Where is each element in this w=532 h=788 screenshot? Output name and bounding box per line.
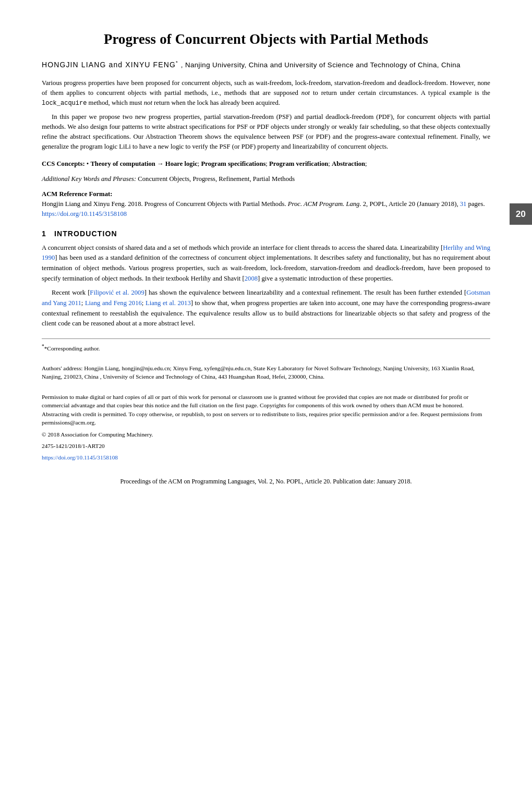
ref-herlihy-wing[interactable]: Herlihy and Wing 1990: [42, 244, 490, 262]
acm-reference: ACM Reference Format: Hongjin Liang and …: [42, 189, 490, 219]
page: 20 Progress of Concurrent Objects with P…: [0, 0, 532, 788]
ccs-content: • Theory of computation → Hoare logic; P…: [87, 160, 367, 167]
author-names: HONGJIN LIANG and XINYU FENG*: [42, 60, 181, 69]
ccs-concepts: CCS Concepts: • Theory of computation → …: [42, 159, 490, 169]
abstract-p2: In this paper we propose two new progres…: [42, 112, 490, 152]
section1-title: INTRODUCTION: [54, 229, 117, 238]
keywords: Additional Key Words and Phrases: Concur…: [42, 174, 490, 184]
section1-p2: Recent work [Filipović et al. 2009] has …: [42, 288, 490, 329]
ccs-label: CCS Concepts:: [42, 160, 85, 167]
author-affiliation: , Nanjing University, China and Universi…: [181, 61, 461, 69]
footnote-address: Authors' address: Hongjin Liang, hongjin…: [42, 364, 490, 381]
abstract: Various progress properties have been pr…: [42, 78, 490, 152]
footnote-copyright: © 2018 Association for Computing Machine…: [42, 430, 490, 439]
page-number: 20: [516, 209, 526, 219]
abstract-p1: Various progress properties have been pr…: [42, 78, 490, 108]
footnote-issn: 2475-1421/2018/1-ART20: [42, 442, 490, 450]
footnote-doi: https://doi.org/10.1145/3158108: [42, 453, 490, 462]
section1-body: A concurrent object consists of shared d…: [42, 243, 490, 329]
ref-herlihy-shavit[interactable]: 2008: [245, 275, 258, 282]
ref-liang-feng[interactable]: Liang and Feng 2016: [85, 299, 142, 307]
ref-liang-2013[interactable]: Liang et al. 2013: [146, 299, 191, 307]
acm-ref-label: ACM Reference Format:: [42, 189, 490, 199]
section1-p1: A concurrent object consists of shared d…: [42, 243, 490, 284]
acm-ref-pages[interactable]: 31: [460, 200, 467, 208]
keywords-content: Concurrent Objects, Progress, Refinement…: [138, 175, 295, 183]
section1-number: 1: [42, 229, 46, 238]
footnotes: **Corresponding author. Authors' address…: [42, 338, 490, 462]
paper-title: Progress of Concurrent Objects with Part…: [42, 31, 490, 47]
page-number-tab: 20: [510, 203, 532, 225]
footnote-permission: Permission to make digital or hard copie…: [42, 393, 490, 427]
footnote-doi-link[interactable]: https://doi.org/10.1145/3158108: [42, 454, 118, 460]
authors-block: HONGJIN LIANG and XINYU FENG* , Nanjing …: [42, 60, 490, 69]
acm-ref-doi[interactable]: https://doi.org/10.1145/3158108: [42, 210, 127, 217]
section1-heading: 1 INTRODUCTION: [42, 229, 490, 238]
footnote-asterisk: **Corresponding author.: [42, 343, 490, 353]
bottom-footer: Proceedings of the ACM on Programming La…: [42, 478, 490, 486]
keywords-label: Additional Key Words and Phrases:: [42, 175, 136, 183]
ref-filipovic[interactable]: Filipović et al. 2009: [90, 289, 144, 296]
asterisk-sup: *: [176, 60, 178, 65]
acm-ref-content: Hongjin Liang and Xinyu Feng. 2018. Prog…: [42, 199, 490, 219]
